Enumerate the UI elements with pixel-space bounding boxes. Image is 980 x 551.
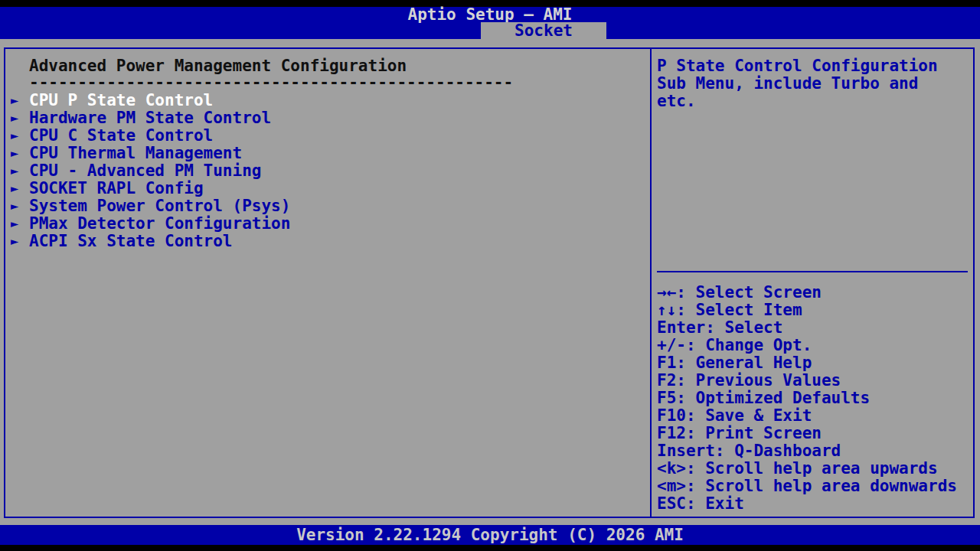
menu-item-label: CPU Thermal Management [29, 145, 242, 162]
help-panel-divider [657, 271, 968, 272]
key-hint-insert-q-dashboard: Insert: Q-Dashboard [657, 442, 957, 460]
menu-item-label: ACPI Sx State Control [29, 233, 233, 250]
item-help-text: P State Control Configuration Sub Menu, … [657, 57, 965, 110]
menu-item-cpu-advanced-pm-tuning[interactable]: ► CPU - Advanced PM Tuning [11, 162, 290, 180]
heading-separator: ----------------------------------------… [29, 74, 513, 92]
section-heading: Advanced Power Management Configuration [29, 57, 407, 75]
key-hint-f12-print-screen: F12: Print Screen [657, 425, 957, 442]
submenu-arrow-icon: ► [11, 109, 29, 127]
submenu-arrow-icon: ► [11, 127, 29, 145]
submenu-arrow-icon: ► [11, 180, 29, 197]
key-hint-f2-previous-values: F2: Previous Values [657, 372, 957, 390]
key-hint-f1-general-help: F1: General Help [657, 354, 957, 372]
menu-item-label: SOCKET RAPL Config [29, 180, 204, 197]
menu-item-label: CPU - Advanced PM Tuning [29, 162, 261, 180]
app-title: Aptio Setup – AMI [0, 7, 980, 23]
key-hint-scroll-help-up: <k>: Scroll help area upwards [657, 460, 957, 478]
key-legend: →←: Select Screen ↑↓: Select Item Enter:… [657, 284, 957, 513]
key-hint-scroll-help-down: <m>: Scroll help area downwards [657, 478, 957, 495]
bios-setup-screen: Aptio Setup – AMI Socket Config Advanced… [0, 0, 980, 551]
key-hint-select-screen: →←: Select Screen [657, 284, 957, 302]
menu-item-acpi-sx-state-control[interactable]: ► ACPI Sx State Control [11, 233, 290, 250]
key-hint-select-item: ↑↓: Select Item [657, 302, 957, 319]
menu-item-cpu-thermal-management[interactable]: ► CPU Thermal Management [11, 145, 290, 162]
menu-item-label: Hardware PM State Control [29, 109, 271, 127]
key-hint-enter-select: Enter: Select [657, 319, 957, 337]
settings-menu: ► CPU P State Control ► Hardware PM Stat… [11, 92, 290, 250]
key-hint-esc-exit: ESC: Exit [657, 495, 957, 513]
key-hint-change-opt: +/-: Change Opt. [657, 337, 957, 354]
submenu-arrow-icon: ► [11, 162, 29, 180]
main-area: Advanced Power Management Configuration … [0, 39, 980, 525]
submenu-arrow-icon: ► [11, 197, 29, 215]
menu-item-cpu-p-state-control[interactable]: ► CPU P State Control [11, 92, 290, 109]
menu-item-label: System Power Control (Psys) [29, 197, 290, 215]
submenu-arrow-icon: ► [11, 145, 29, 162]
menu-item-pmax-detector-configuration[interactable]: ► PMax Detector Configuration [11, 215, 290, 233]
version-bar: Version 2.22.1294 Copyright (C) 2026 AMI [0, 525, 980, 545]
menu-item-cpu-c-state-control[interactable]: ► CPU C State Control [11, 127, 290, 145]
submenu-arrow-icon: ► [11, 92, 29, 109]
header-bar: Aptio Setup – AMI Socket Config [0, 7, 980, 39]
key-hint-f10-save-exit: F10: Save & Exit [657, 407, 957, 425]
key-hint-f5-optimized-defaults: F5: Optimized Defaults [657, 390, 957, 407]
submenu-arrow-icon: ► [11, 233, 29, 250]
menu-item-label: PMax Detector Configuration [29, 215, 290, 233]
menu-item-socket-rapl-config[interactable]: ► SOCKET RAPL Config [11, 180, 290, 197]
submenu-arrow-icon: ► [11, 215, 29, 233]
menu-item-system-power-control-psys[interactable]: ► System Power Control (Psys) [11, 197, 290, 215]
menu-item-label: CPU P State Control [29, 92, 213, 109]
menu-item-hardware-pm-state-control[interactable]: ► Hardware PM State Control [11, 109, 290, 127]
menu-item-label: CPU C State Control [29, 127, 213, 145]
tab-socket-config[interactable]: Socket Config [481, 22, 606, 39]
panel-vertical-divider [650, 47, 652, 518]
